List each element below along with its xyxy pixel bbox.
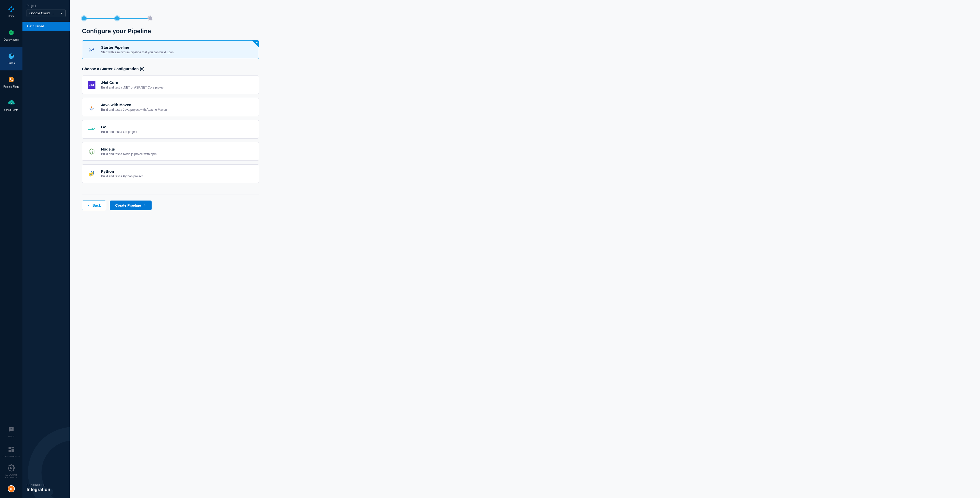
step-2-dot bbox=[115, 16, 119, 21]
nav-avatar[interactable]: K bbox=[0, 482, 22, 496]
nav-cloud-costs-label: Cloud Costs bbox=[3, 109, 19, 112]
create-pipeline-button[interactable]: Create Pipeline bbox=[110, 200, 151, 210]
project-selector-label: Project bbox=[27, 4, 65, 8]
config-option-dotnet[interactable]: .NET .Net Core Build and test a .NET or … bbox=[82, 75, 259, 94]
step-bar-2 bbox=[119, 18, 148, 19]
go-icon: GO bbox=[88, 126, 95, 133]
svg-point-5 bbox=[10, 78, 11, 80]
starter-config-header: Choose a Starter Configuration (5) bbox=[82, 67, 259, 71]
section-divider bbox=[151, 68, 259, 69]
harness-logo-icon bbox=[8, 6, 15, 13]
avatar[interactable]: K bbox=[8, 485, 15, 492]
nav-feature-flags-label: Feature Flags bbox=[2, 85, 20, 88]
svg-point-21 bbox=[90, 109, 93, 110]
python-icon bbox=[88, 170, 95, 178]
config-option-python[interactable]: Python Build and test a Python project bbox=[82, 164, 259, 183]
nav-home[interactable]: Home bbox=[0, 0, 22, 24]
nodejs-icon: JS bbox=[88, 148, 95, 155]
config-option-go[interactable]: GO Go Build and test a Go project bbox=[82, 120, 259, 138]
nav-builds[interactable]: Builds bbox=[0, 47, 22, 70]
wizard-stepper bbox=[82, 16, 259, 21]
project-selector[interactable]: Google Cloud … bbox=[27, 9, 65, 17]
card-desc: Build and test a .NET or ASP.NET Core pr… bbox=[101, 86, 164, 89]
main-content: Configure your Pipeline Starter Pipeline… bbox=[70, 0, 980, 498]
svg-rect-13 bbox=[11, 449, 14, 452]
starter-pipeline-icon bbox=[88, 46, 95, 54]
project-selector-value: Google Cloud … bbox=[29, 11, 54, 15]
card-title: Java with Maven bbox=[101, 103, 167, 107]
nav-account-settings-label: ACCOUNT SETTINGS bbox=[0, 474, 22, 479]
card-title: Python bbox=[101, 169, 143, 173]
svg-rect-11 bbox=[9, 447, 11, 449]
svg-text:JS: JS bbox=[90, 150, 93, 153]
back-button[interactable]: Back bbox=[82, 200, 106, 210]
svg-point-7 bbox=[11, 80, 13, 81]
java-icon bbox=[88, 103, 95, 111]
settings-gear-icon bbox=[8, 464, 15, 471]
sidebar-link-label: Get Started bbox=[27, 24, 44, 28]
builds-icon bbox=[8, 53, 15, 60]
card-desc: Build and test a Go project bbox=[101, 130, 137, 134]
nav-deployments[interactable]: Deployments bbox=[0, 24, 22, 47]
svg-rect-3 bbox=[9, 77, 14, 82]
svg-rect-14 bbox=[9, 450, 11, 452]
primary-nav-rail: Home Deployments Builds Feature Flags $ … bbox=[0, 0, 22, 498]
card-title: Go bbox=[101, 125, 137, 129]
svg-point-15 bbox=[11, 467, 12, 469]
chevron-right-icon bbox=[143, 204, 146, 207]
card-desc: Build and test a Python project bbox=[101, 175, 143, 178]
dotnet-icon-text: .NET bbox=[89, 84, 94, 86]
nav-help[interactable]: ? HELP bbox=[0, 422, 22, 442]
nav-home-label: Home bbox=[7, 15, 16, 18]
nav-account-settings[interactable]: ACCOUNT SETTINGS bbox=[0, 462, 22, 482]
card-desc: Build and test a Node.js project with np… bbox=[101, 152, 156, 156]
nav-builds-label: Builds bbox=[6, 62, 16, 65]
module-footer: CONTINUOUS Integration bbox=[22, 479, 70, 498]
section-label: Choose a Starter Configuration (5) bbox=[82, 67, 145, 71]
help-icon: ? bbox=[8, 426, 15, 433]
module-kicker: CONTINUOUS bbox=[27, 484, 65, 487]
sidebar-link-get-started[interactable]: Get Started bbox=[22, 22, 70, 30]
step-3-dot bbox=[148, 16, 152, 21]
module-sidebar: Project Google Cloud … Get Started CONTI… bbox=[22, 0, 70, 498]
card-title: Starter Pipeline bbox=[101, 45, 173, 49]
create-button-label: Create Pipeline bbox=[115, 203, 141, 207]
cloud-costs-icon: $ bbox=[8, 100, 15, 107]
nav-feature-flags[interactable]: Feature Flags bbox=[0, 70, 22, 94]
nav-cloud-costs[interactable]: $ Cloud Costs bbox=[0, 94, 22, 117]
nav-help-label: HELP bbox=[7, 435, 15, 438]
back-button-label: Back bbox=[92, 203, 101, 207]
chevron-left-icon bbox=[87, 204, 90, 207]
dashboards-icon bbox=[8, 446, 15, 453]
svg-rect-12 bbox=[11, 447, 14, 448]
card-desc: Start with a minimum pipeline that you c… bbox=[101, 51, 173, 54]
deployments-icon bbox=[8, 29, 15, 36]
config-option-java-maven[interactable]: Java with Maven Build and test a Java pr… bbox=[82, 98, 259, 116]
go-icon-text: GO bbox=[91, 128, 95, 131]
selected-corner-badge bbox=[252, 41, 259, 47]
svg-text:$: $ bbox=[11, 103, 12, 104]
chevron-right-icon bbox=[60, 12, 63, 15]
page-title: Configure your Pipeline bbox=[82, 27, 259, 35]
card-title: Node.js bbox=[101, 147, 156, 151]
avatar-initial: K bbox=[10, 487, 12, 490]
card-desc: Build and test a Java project with Apach… bbox=[101, 108, 167, 111]
step-bar-1 bbox=[86, 18, 115, 19]
nav-dashboards-label: DASHBOARDS bbox=[2, 455, 21, 458]
step-1-dot bbox=[82, 16, 86, 21]
svg-point-0 bbox=[9, 54, 14, 59]
wizard-footer: Back Create Pipeline bbox=[82, 194, 259, 210]
pipeline-type-starter[interactable]: Starter Pipeline Start with a minimum pi… bbox=[82, 40, 259, 59]
nav-dashboards[interactable]: DASHBOARDS bbox=[0, 442, 22, 462]
svg-text:?: ? bbox=[11, 427, 12, 430]
svg-point-1 bbox=[11, 54, 13, 56]
config-option-nodejs[interactable]: JS Node.js Build and test a Node.js proj… bbox=[82, 142, 259, 161]
nav-deployments-label: Deployments bbox=[3, 38, 20, 41]
module-title: Integration bbox=[27, 487, 65, 492]
feature-flags-icon bbox=[8, 76, 15, 83]
dotnet-icon: .NET bbox=[88, 81, 95, 89]
card-title: .Net Core bbox=[101, 80, 164, 85]
svg-point-19 bbox=[93, 48, 94, 49]
